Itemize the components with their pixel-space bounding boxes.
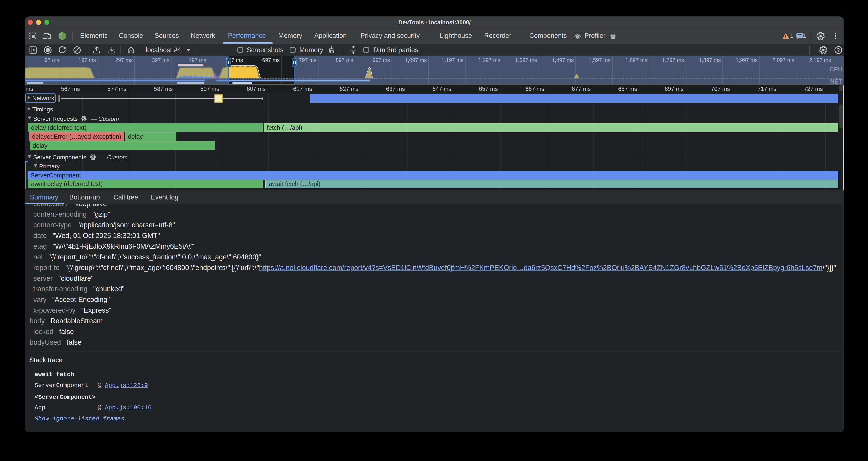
svg-text:?: ? (837, 47, 840, 53)
